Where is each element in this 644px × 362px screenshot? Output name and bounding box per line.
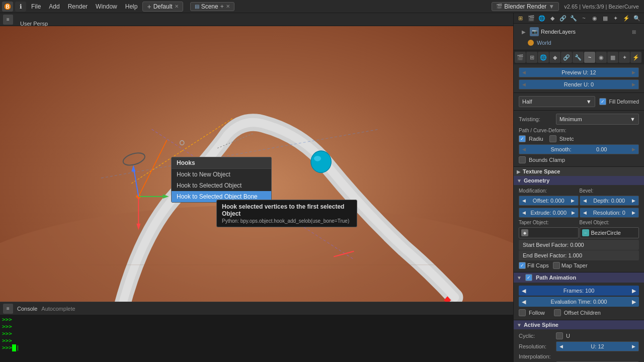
- engine-dropdown[interactable]: ▼: [548, 3, 554, 10]
- scene-prop[interactable]: ⊞: [526, 52, 537, 63]
- data-panel-icon[interactable]: ~: [579, 13, 589, 23]
- frames-right[interactable]: ▶: [632, 288, 636, 294]
- engine-selector[interactable]: 🎬 Blender Render ▼: [492, 2, 559, 11]
- scene-selector[interactable]: ▤ Scene + ✕: [190, 2, 234, 11]
- offset-check[interactable]: [554, 309, 561, 316]
- offset-right[interactable]: ▶: [571, 198, 575, 203]
- modifier-prop[interactable]: 🔧: [573, 52, 584, 63]
- top-icon-info[interactable]: ℹ: [15, 2, 26, 12]
- half-selector[interactable]: Half ▼: [519, 96, 595, 107]
- render-u-right[interactable]: ▶: [632, 82, 635, 87]
- depth-box[interactable]: ◀ Depth: 0.000 ▶: [580, 196, 639, 206]
- texture-space-header[interactable]: ▶ Texture Space: [514, 167, 644, 176]
- preview-u-right[interactable]: ▶: [632, 70, 635, 75]
- smooth-box[interactable]: ◀ Smooth: 0.00 ▶: [519, 144, 639, 154]
- radius-check[interactable]: ✓: [519, 135, 526, 142]
- eval-time-slider[interactable]: ◀ Evaluation Time: 0.000 ▶: [519, 297, 639, 307]
- scene-close[interactable]: ✕: [226, 4, 230, 9]
- menu-add[interactable]: Add: [46, 2, 62, 11]
- render-layers-expand2[interactable]: ⊞: [630, 28, 638, 36]
- object-panel-icon[interactable]: ◆: [547, 13, 557, 23]
- object-prop[interactable]: ◆: [549, 52, 560, 63]
- follow-check[interactable]: [519, 309, 526, 316]
- particle-panel-icon[interactable]: ✦: [611, 13, 620, 23]
- menu-render[interactable]: Render: [65, 2, 91, 11]
- svg-point-8: [180, 141, 184, 145]
- workspace-selector[interactable]: + Default ✕: [142, 2, 183, 12]
- viewport-canvas[interactable]: Hooks Hook to New Object Hook to Selecte…: [0, 26, 513, 349]
- bounds-clamp-check[interactable]: [519, 156, 526, 163]
- context-item-selected-object[interactable]: Hook to Selected Object: [172, 180, 271, 191]
- context-item-new-object[interactable]: Hook to New Object: [172, 169, 271, 180]
- resolution-spline-row: Resolution: ◀ U: 12 ▶: [517, 340, 641, 352]
- world-panel-icon[interactable]: 🌐: [537, 13, 546, 23]
- autocomplete-tab[interactable]: Autocomplete: [41, 306, 75, 312]
- workspace-close[interactable]: ✕: [175, 4, 179, 9]
- half-dropdown[interactable]: ▼: [586, 99, 592, 105]
- map-taper-check[interactable]: [553, 262, 560, 269]
- console-menu[interactable]: ≡: [3, 304, 13, 314]
- material-panel-icon[interactable]: ◉: [590, 13, 599, 23]
- fill-deformed-check[interactable]: ✓: [599, 98, 606, 105]
- preview-u-left[interactable]: ◀: [522, 70, 526, 75]
- world-prop[interactable]: 🌐: [538, 52, 549, 63]
- eval-right[interactable]: ▶: [632, 299, 636, 305]
- end-bevel-row[interactable]: End Bevel Factor: 1.000: [519, 250, 639, 260]
- extrude-box[interactable]: ◀ Extrude: 0.000 ▶: [519, 208, 579, 218]
- preview-u-box[interactable]: ◀ Preview U: 12 ▶: [519, 67, 639, 77]
- menu-window[interactable]: Window: [93, 2, 120, 11]
- taper-obj-ref[interactable]: ◆: [519, 227, 579, 238]
- render-u-box[interactable]: ◀ Render U: 0 ▶: [519, 79, 639, 89]
- console-tab[interactable]: Console: [17, 306, 37, 312]
- eval-left[interactable]: ◀: [522, 299, 526, 305]
- texture-prop[interactable]: ▦: [607, 52, 618, 63]
- path-anim-check[interactable]: ✓: [525, 274, 532, 281]
- start-bevel-row[interactable]: Start Bevel Factor: 0.000: [519, 240, 639, 250]
- frames-left[interactable]: ◀: [522, 288, 526, 294]
- render-panel-icon[interactable]: 🎬: [526, 13, 536, 23]
- modifier-panel-icon[interactable]: 🔧: [569, 13, 578, 23]
- render-prop[interactable]: 🎬: [515, 52, 526, 63]
- context-menu-title: Hooks: [172, 157, 271, 169]
- resolution-box[interactable]: ◀ Resolution: 0 ▶: [580, 208, 639, 218]
- render-layers-expand[interactable]: ▶: [520, 28, 528, 36]
- depth-right[interactable]: ▶: [632, 198, 635, 203]
- constraint-panel-icon[interactable]: 🔗: [558, 13, 568, 23]
- physics-prop[interactable]: ⚡: [630, 52, 641, 63]
- menu-file[interactable]: File: [28, 2, 44, 11]
- active-spline-header[interactable]: ▼ Active Spline: [514, 320, 644, 329]
- blender-logo[interactable]: B: [2, 2, 13, 12]
- resolution-spline-box[interactable]: ◀ U: 12 ▶: [556, 341, 639, 351]
- particle-prop[interactable]: ✦: [619, 52, 630, 63]
- offset-box[interactable]: ◀ Offset: 0.000 ▶: [519, 196, 579, 206]
- top-menubar: B ℹ File Add Render Window Help + Defaul…: [0, 0, 644, 13]
- frames-slider[interactable]: ◀ Frames: 100 ▶: [519, 286, 639, 296]
- constraint-prop[interactable]: 🔗: [561, 52, 572, 63]
- offset-left[interactable]: ◀: [522, 198, 526, 203]
- bevel-obj-ref[interactable]: ~ BezierCircle: [580, 227, 639, 238]
- cyclic-check[interactable]: [556, 332, 563, 339]
- depth-left[interactable]: ◀: [583, 198, 587, 203]
- geometry-header[interactable]: ▼ Geometry: [514, 176, 644, 185]
- texture-panel-icon[interactable]: ▦: [600, 13, 610, 23]
- path-animation-header[interactable]: ▼ ✓ Path Animation: [514, 273, 644, 283]
- viewport-menu-icon[interactable]: ≡: [3, 15, 13, 25]
- twisting-selector[interactable]: Minimum ▼: [556, 114, 639, 125]
- data-prop[interactable]: ~: [584, 52, 595, 63]
- menu-help[interactable]: Help: [122, 2, 141, 11]
- search-icon[interactable]: 🔍: [632, 13, 642, 23]
- stretch-check[interactable]: [549, 135, 556, 142]
- workspace-add[interactable]: +: [147, 3, 151, 11]
- fill-caps-check[interactable]: ✓: [519, 262, 526, 269]
- material-prop[interactable]: ◉: [596, 52, 607, 63]
- frames-value: Frames: 100: [526, 288, 632, 294]
- svg-line-19: [334, 251, 354, 257]
- world-label[interactable]: World: [537, 40, 551, 46]
- svg-rect-7: [136, 194, 141, 200]
- physics-panel-icon[interactable]: ⚡: [621, 13, 631, 23]
- scene-panel-icon[interactable]: ⊞: [516, 13, 525, 23]
- render-layers-label: RenderLayers: [541, 29, 576, 35]
- resolution-value: Resolution: 0: [593, 210, 625, 216]
- scene-add[interactable]: +: [220, 3, 224, 10]
- render-u-left[interactable]: ◀: [522, 82, 526, 87]
